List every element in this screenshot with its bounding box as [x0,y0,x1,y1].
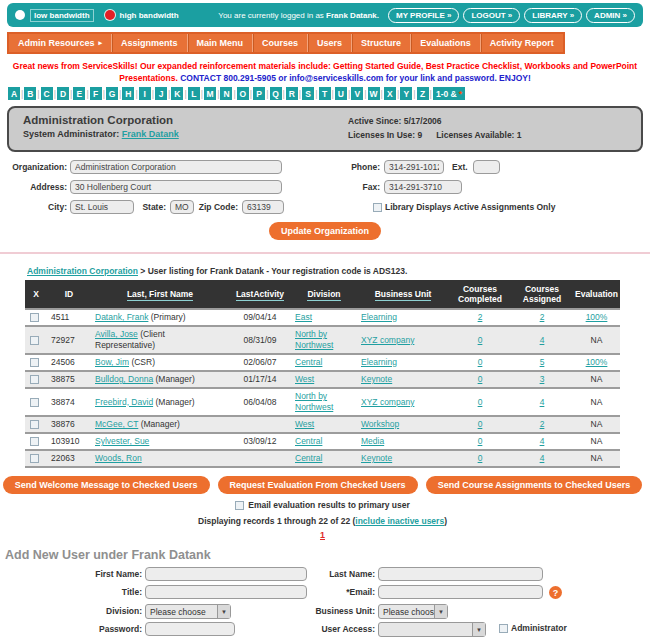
division-link[interactable]: West [295,419,314,429]
courses-completed-link[interactable]: 0 [478,436,483,446]
alphabet-link-t[interactable]: T [319,87,331,100]
user-name-link[interactable]: Datank, Frank [95,312,148,322]
courses-assigned-link[interactable]: 4 [540,397,545,407]
user-access-select[interactable]: ▼ [378,622,486,637]
column-header-last-first-name[interactable]: Last, First Name [91,280,229,309]
nav-item-courses[interactable]: Courses [253,34,308,52]
fax-input[interactable] [384,180,462,194]
alphabet-link-z[interactable]: Z [417,87,429,100]
alphabet-link-w[interactable]: W [368,87,380,100]
courses-completed-link[interactable]: 2 [478,312,483,322]
user-name-link[interactable]: Bow, Jim [95,357,129,367]
administrator-checkbox[interactable] [499,624,508,633]
courses-completed-link[interactable]: 0 [478,453,483,463]
business-unit-link[interactable]: XYZ company [361,335,414,345]
breadcrumb-org-link[interactable]: Administration Corporation [27,266,138,276]
courses-assigned-link[interactable]: 4 [540,436,545,446]
alphabet-link-numeric[interactable]: 1-0 &* [433,87,465,100]
alphabet-link-s[interactable]: S [302,87,314,100]
nav-item-admin-resources[interactable]: Admin Resources▸ [9,34,112,52]
business-unit-link[interactable]: Elearning [361,357,397,367]
courses-completed-link[interactable]: 0 [478,335,483,345]
nav-item-evaluations[interactable]: Evaluations [411,34,481,52]
user-name-link[interactable]: Bulldog, Donna [95,374,153,384]
alphabet-link-u[interactable]: U [335,87,347,100]
row-checkbox[interactable] [30,358,39,367]
my-profile-button[interactable]: MY PROFILE » [388,8,459,23]
library-button[interactable]: LIBRARY » [524,8,582,23]
business-unit-select[interactable]: Please choose ▼ [378,604,448,619]
phone-input[interactable] [384,160,444,174]
division-link[interactable]: East [295,312,312,322]
high-bandwidth-label[interactable]: high bandwidth [120,11,179,20]
alphabet-link-d[interactable]: D [57,87,69,100]
alphabet-link-p[interactable]: P [253,87,265,100]
user-name-link[interactable]: Sylvester, Sue [95,436,149,446]
row-checkbox[interactable] [30,420,39,429]
library-displays-checkbox[interactable] [373,203,382,212]
alphabet-link-f[interactable]: F [90,87,102,100]
email-input[interactable] [378,585,543,599]
courses-completed-link[interactable]: 0 [478,397,483,407]
alphabet-link-r[interactable]: R [286,87,298,100]
request-evaluation-button[interactable]: Request Evaluation From Checked Users [218,476,418,494]
division-link[interactable]: Central [295,436,322,446]
courses-assigned-link[interactable]: 2 [540,419,545,429]
announcement-contact-link[interactable]: CONTACT 800.291-5905 or info@serviceskil… [178,73,531,83]
row-checkbox[interactable] [30,336,39,345]
ext-input[interactable] [473,160,500,174]
courses-assigned-link[interactable]: 4 [540,453,545,463]
division-link[interactable]: North by Northwest [295,329,333,350]
low-bandwidth-label[interactable]: low bandwidth [30,9,94,22]
division-select[interactable]: Please choose ▼ [145,604,231,619]
division-link[interactable]: North by Northwest [295,391,333,412]
courses-assigned-link[interactable]: 3 [540,374,545,384]
send-welcome-button[interactable]: Send Welcome Message to Checked Users [3,476,210,494]
alphabet-link-e[interactable]: E [73,87,85,100]
alphabet-link-x[interactable]: X [384,87,396,100]
page-number-link[interactable]: 1 [320,530,325,540]
nav-item-structure[interactable]: Structure [352,34,411,52]
business-unit-link[interactable]: Keynote [361,374,392,384]
column-header-lastactivity[interactable]: LastActivity [229,280,291,309]
row-checkbox[interactable] [30,437,39,446]
division-link[interactable]: West [295,374,314,384]
evaluation-link[interactable]: 100% [586,312,608,322]
send-assignments-button[interactable]: Send Course Assignments to Checked Users [426,476,643,494]
user-name-link[interactable]: Woods, Ron [95,453,142,463]
business-unit-link[interactable]: XYZ company [361,397,414,407]
alphabet-link-i[interactable]: I [139,87,151,100]
row-checkbox[interactable] [30,454,39,463]
alphabet-link-b[interactable]: B [24,87,36,100]
alphabet-link-k[interactable]: K [171,87,183,100]
business-unit-link[interactable]: Elearning [361,312,397,322]
alphabet-link-m[interactable]: M [204,87,216,100]
system-administrator-link[interactable]: Frank Datank [122,129,179,139]
nav-item-main-menu[interactable]: Main Menu [188,34,254,52]
column-header-business-unit[interactable]: Business Unit [357,280,449,309]
update-organization-button[interactable]: Update Organization [269,222,381,240]
state-input[interactable] [170,200,194,214]
courses-completed-link[interactable]: 0 [478,374,483,384]
nav-item-activity-report[interactable]: Activity Report [481,34,563,52]
alphabet-link-q[interactable]: Q [270,87,282,100]
alphabet-link-g[interactable]: G [106,87,118,100]
password-input[interactable] [145,622,235,636]
user-name-link[interactable]: Freebird, David [95,397,153,407]
city-input[interactable] [70,200,134,214]
alphabet-link-v[interactable]: V [351,87,363,100]
zip-input[interactable] [242,200,284,214]
business-unit-link[interactable]: Media [361,436,384,446]
nav-item-assignments[interactable]: Assignments [112,34,188,52]
business-unit-link[interactable]: Workshop [361,419,399,429]
row-checkbox[interactable] [30,375,39,384]
business-unit-link[interactable]: Keynote [361,453,392,463]
include-inactive-users-link[interactable]: include inactive users [355,516,444,526]
courses-assigned-link[interactable]: 4 [540,335,545,345]
admin-button[interactable]: ADMIN » [586,8,635,23]
last-name-input[interactable] [378,567,543,581]
alphabet-link-h[interactable]: H [122,87,134,100]
alphabet-link-y[interactable]: Y [400,87,412,100]
courses-assigned-link[interactable]: 2 [540,312,545,322]
user-name-link[interactable]: Avilla, Jose [95,329,138,339]
